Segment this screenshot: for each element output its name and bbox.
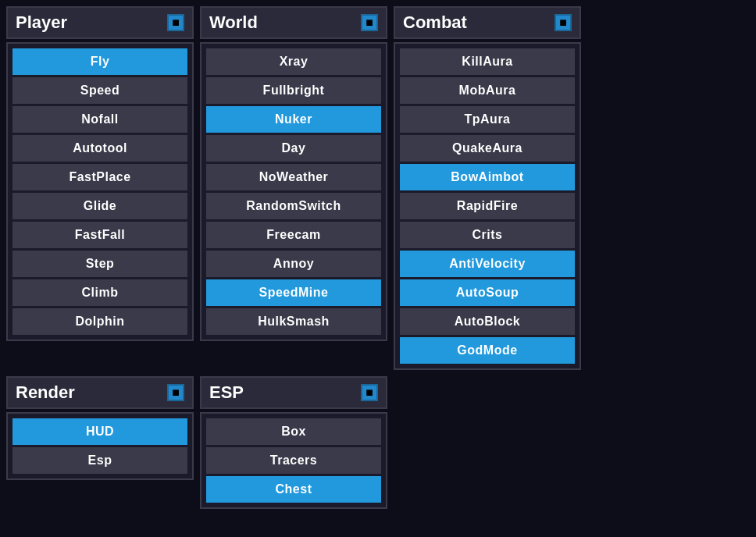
player-title: Player xyxy=(16,12,67,33)
panel-world: World ■ XrayFullbrightNukerDayNoWeatherR… xyxy=(200,6,387,370)
world-btn-fullbright[interactable]: Fullbright xyxy=(206,77,381,104)
render-title: Render xyxy=(16,382,75,403)
combat-btn-godmode[interactable]: GodMode xyxy=(400,337,575,364)
player-btn-nofall[interactable]: Nofall xyxy=(12,106,187,133)
player-btn-fly[interactable]: Fly xyxy=(12,48,187,75)
esp-btn-chest[interactable]: Chest xyxy=(206,476,381,503)
combat-btn-antivelocity[interactable]: AntiVelocity xyxy=(400,251,575,277)
player-body: FlySpeedNofallAutotoolFastPlaceGlideFast… xyxy=(6,42,194,341)
render-toggle[interactable]: ■ xyxy=(167,384,184,401)
esp-title: ESP xyxy=(209,382,244,403)
combat-body: KillAuraMobAuraTpAuraQuakeAuraBowAimbotR… xyxy=(394,42,581,370)
combat-btn-quakeaura[interactable]: QuakeAura xyxy=(400,135,575,162)
world-btn-xray[interactable]: Xray xyxy=(206,48,381,75)
esp-toggle[interactable]: ■ xyxy=(361,384,378,401)
esp-toggle-icon: ■ xyxy=(366,386,373,400)
render-btn-hud[interactable]: HUD xyxy=(12,418,187,445)
bottom-row: Render ■ HUDEsp ESP ■ BoxTracersChest xyxy=(6,376,750,509)
player-btn-fastplace[interactable]: FastPlace xyxy=(12,164,187,190)
main-container: Player ■ FlySpeedNofallAutotoolFastPlace… xyxy=(0,0,756,515)
world-toggle-icon: ■ xyxy=(366,16,373,30)
combat-btn-killaura[interactable]: KillAura xyxy=(400,48,575,75)
player-toggle-icon: ■ xyxy=(172,16,180,30)
world-btn-randomswitch[interactable]: RandomSwitch xyxy=(206,193,381,219)
combat-btn-autosoup[interactable]: AutoSoup xyxy=(400,279,575,306)
combat-btn-mobaura[interactable]: MobAura xyxy=(400,77,575,104)
player-btn-step[interactable]: Step xyxy=(12,251,187,277)
world-btn-day[interactable]: Day xyxy=(206,135,381,162)
combat-title: Combat xyxy=(403,12,467,33)
world-btn-speedmine[interactable]: SpeedMine xyxy=(206,279,381,306)
panel-combat: Combat ■ KillAuraMobAuraTpAuraQuakeAuraB… xyxy=(394,6,581,370)
panel-render: Render ■ HUDEsp xyxy=(6,376,194,509)
player-btn-climb[interactable]: Climb xyxy=(12,279,187,306)
world-header: World ■ xyxy=(200,6,387,39)
esp-header: ESP ■ xyxy=(200,376,387,409)
world-toggle[interactable]: ■ xyxy=(361,14,378,31)
player-btn-speed[interactable]: Speed xyxy=(12,77,187,104)
world-btn-nuker[interactable]: Nuker xyxy=(206,106,381,133)
esp-btn-box[interactable]: Box xyxy=(206,418,381,445)
esp-btn-tracers[interactable]: Tracers xyxy=(206,447,381,474)
combat-toggle[interactable]: ■ xyxy=(555,14,572,31)
top-row: Player ■ FlySpeedNofallAutotoolFastPlace… xyxy=(6,6,750,370)
render-toggle-icon: ■ xyxy=(172,386,180,400)
world-btn-annoy[interactable]: Annoy xyxy=(206,251,381,277)
player-btn-autotool[interactable]: Autotool xyxy=(12,135,187,162)
combat-btn-tpaura[interactable]: TpAura xyxy=(400,106,575,133)
esp-body: BoxTracersChest xyxy=(200,412,387,509)
world-body: XrayFullbrightNukerDayNoWeatherRandomSwi… xyxy=(200,42,387,341)
panel-player: Player ■ FlySpeedNofallAutotoolFastPlace… xyxy=(6,6,194,370)
world-btn-noweather[interactable]: NoWeather xyxy=(206,164,381,190)
combat-btn-bowaimbot[interactable]: BowAimbot xyxy=(400,164,575,190)
render-body: HUDEsp xyxy=(6,412,194,480)
combat-btn-crits[interactable]: Crits xyxy=(400,222,575,248)
player-btn-glide[interactable]: Glide xyxy=(12,193,187,219)
combat-btn-rapidfire[interactable]: RapidFire xyxy=(400,193,575,219)
player-header: Player ■ xyxy=(6,6,194,39)
render-header: Render ■ xyxy=(6,376,194,409)
combat-header: Combat ■ xyxy=(394,6,581,39)
world-title: World xyxy=(209,12,258,33)
player-btn-fastfall[interactable]: FastFall xyxy=(12,222,187,248)
combat-toggle-icon: ■ xyxy=(559,16,567,30)
combat-btn-autoblock[interactable]: AutoBlock xyxy=(400,308,575,335)
player-toggle[interactable]: ■ xyxy=(167,14,184,31)
world-btn-hulksmash[interactable]: HulkSmash xyxy=(206,308,381,335)
world-btn-freecam[interactable]: Freecam xyxy=(206,222,381,248)
player-btn-dolphin[interactable]: Dolphin xyxy=(12,308,187,335)
render-btn-esp[interactable]: Esp xyxy=(12,447,187,474)
panel-esp: ESP ■ BoxTracersChest xyxy=(200,376,387,509)
